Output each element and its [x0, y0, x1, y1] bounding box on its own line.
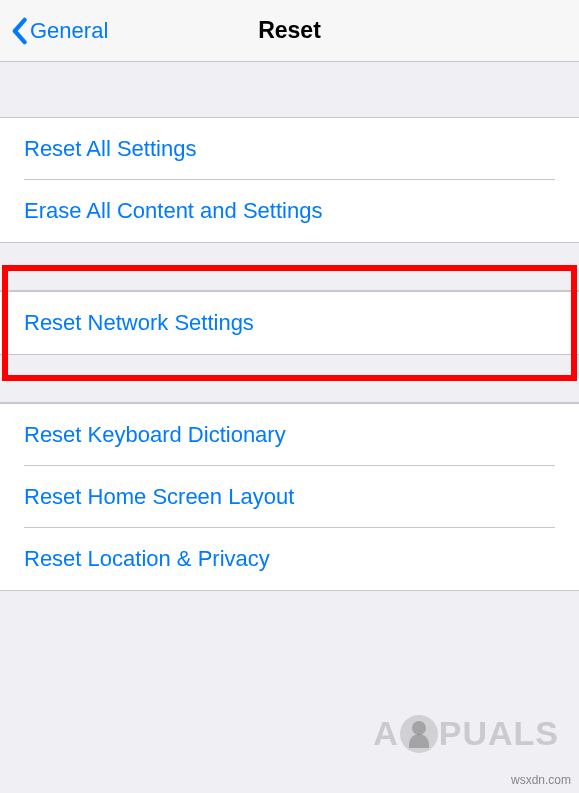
row-label: Erase All Content and Settings: [24, 180, 555, 242]
back-label: General: [30, 18, 108, 44]
watermark-text: PUALS: [439, 714, 559, 753]
row-label: Reset Keyboard Dictionary: [24, 404, 555, 466]
watermark-logo: A PUALS: [373, 714, 559, 753]
row-label: Reset Home Screen Layout: [24, 466, 555, 528]
section-spacer: [0, 243, 579, 291]
settings-group: Reset Network Settings: [0, 291, 579, 355]
person-icon: [400, 715, 438, 753]
section-spacer: [0, 355, 579, 403]
row-label: Reset Network Settings: [24, 292, 555, 354]
settings-group: Reset All Settings Erase All Content and…: [0, 118, 579, 243]
reset-keyboard-dictionary-row[interactable]: Reset Keyboard Dictionary: [0, 404, 579, 466]
watermark-text: A: [373, 714, 399, 753]
row-label: Reset Location & Privacy: [24, 528, 555, 590]
reset-all-settings-row[interactable]: Reset All Settings: [0, 118, 579, 180]
reset-home-screen-layout-row[interactable]: Reset Home Screen Layout: [0, 466, 579, 528]
highlighted-group-wrapper: Reset Network Settings: [0, 291, 579, 355]
reset-location-privacy-row[interactable]: Reset Location & Privacy: [0, 528, 579, 590]
attribution-text: wsxdn.com: [511, 773, 571, 787]
section-spacer: [0, 62, 579, 118]
navigation-bar: General Reset: [0, 0, 579, 62]
chevron-left-icon: [10, 17, 28, 45]
reset-network-settings-row[interactable]: Reset Network Settings: [0, 292, 579, 354]
settings-group: Reset Keyboard Dictionary Reset Home Scr…: [0, 403, 579, 591]
row-label: Reset All Settings: [24, 118, 555, 180]
erase-all-content-row[interactable]: Erase All Content and Settings: [0, 180, 579, 242]
back-button[interactable]: General: [0, 17, 108, 45]
